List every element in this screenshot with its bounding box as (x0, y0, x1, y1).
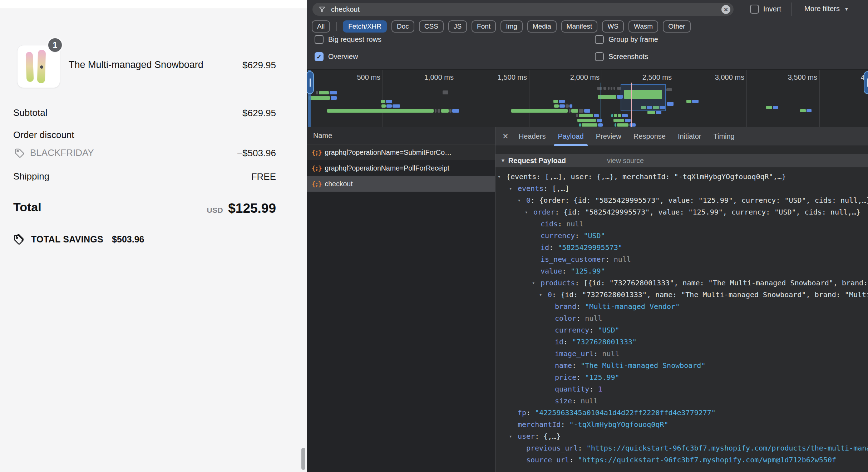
tab-response[interactable]: Response (627, 127, 672, 146)
tab-preview[interactable]: Preview (590, 127, 627, 146)
request-bar (571, 109, 578, 113)
expand-triangle-icon[interactable]: ▾ (525, 206, 528, 218)
network-overview-timeline[interactable]: 500 ms1,000 ms1,500 ms2,000 ms2,500 ms3,… (307, 70, 868, 127)
expand-triangle-icon[interactable]: ▾ (498, 171, 500, 183)
close-icon[interactable]: × (495, 132, 513, 141)
filter-pill-doc[interactable]: Doc (391, 20, 414, 33)
invert-checkbox[interactable]: Invert (750, 5, 781, 14)
invert-label: Invert (763, 5, 781, 13)
filter-pill-js[interactable]: JS (448, 20, 467, 33)
total-label: Total (13, 200, 41, 214)
detail-tabs-bar: × HeadersPayloadPreviewResponseInitiator… (495, 127, 868, 146)
checkbox-icon[interactable] (595, 52, 604, 61)
checkout-summary-panel: 1 The Multi-managed Snowboard $629.95 Su… (0, 0, 307, 472)
checkbox-icon[interactable] (315, 35, 324, 44)
quantity-badge: 1 (47, 37, 63, 53)
payload-node-expandable[interactable]: ▾products: [{id: "7327628001333", name: … (495, 277, 868, 289)
timeline-gridline (819, 70, 820, 127)
json-key: is_new_customer (541, 255, 605, 264)
payload-node-expandable[interactable]: ▾events: [,…] (495, 183, 868, 195)
payload-json-tree: ▾{events: [,…], user: {,…}, merchantId: … (495, 167, 868, 466)
request-bar (331, 96, 337, 100)
snowboard-binding-dot (40, 65, 43, 69)
filter-pill-css[interactable]: CSS (419, 20, 444, 33)
tab-payload[interactable]: Payload (552, 127, 590, 146)
payload-node-expandable[interactable]: ▾order: {id: "5825429995573", value: "12… (495, 206, 868, 218)
graphql-braces-icon: {;} (312, 164, 321, 172)
filter-pill-font[interactable]: Font (472, 20, 496, 33)
json-value: : (549, 243, 558, 252)
filter-pill-wasm[interactable]: Wasm (628, 20, 658, 33)
filter-divider (336, 22, 337, 31)
option-group-by-frame[interactable]: Group by frame (595, 35, 658, 44)
payload-node-expandable[interactable]: ▾0: {id: "7327628001333", name: "The Mul… (495, 289, 868, 301)
request-bar (582, 123, 597, 127)
option-overview[interactable]: ✓Overview (315, 52, 358, 61)
option-screenshots[interactable]: Screenshots (595, 52, 648, 61)
request-bar (618, 114, 621, 117)
json-key: source_url (526, 456, 569, 464)
request-row-graphqloperationNa[interactable]: {;}graphql?operationName=PollForReceipt (307, 160, 495, 176)
option-big-request-rows[interactable]: Big request rows (315, 35, 381, 44)
json-value: : (569, 456, 578, 464)
payload-node-expandable[interactable]: ▾{events: [,…], user: {,…}, merchantId: … (495, 171, 868, 183)
expand-triangle-icon[interactable]: ▾ (532, 277, 535, 289)
json-key: user (518, 432, 535, 441)
request-bar (381, 100, 385, 103)
request-name: graphql?operationName=SubmitForCo… (325, 148, 452, 157)
clear-filter-icon[interactable]: × (721, 5, 730, 14)
timeline-gridline (383, 70, 383, 127)
product-price: $629.95 (242, 60, 276, 71)
filter-pill-other[interactable]: Other (663, 20, 691, 33)
network-toolbar: checkout × Invert More filters ▼ AllFetc… (307, 0, 868, 70)
graphql-braces-icon: {;} (312, 149, 321, 156)
overview-left-handle[interactable] (307, 71, 314, 94)
expand-triangle-icon[interactable]: ▾ (518, 195, 521, 206)
json-value: "The Multi-managed Snowboard" (581, 361, 705, 370)
expand-triangle-icon[interactable]: ▾ (539, 289, 542, 301)
overview-right-handle[interactable] (864, 71, 868, 94)
view-source-link[interactable]: view source (607, 157, 644, 165)
json-value: : {,…} (535, 432, 561, 441)
collapse-triangle-icon[interactable]: ▼ (500, 158, 505, 163)
filter-pill-ws[interactable]: WS (602, 20, 624, 33)
request-bar (611, 87, 612, 90)
expand-triangle-icon[interactable]: ▾ (509, 183, 512, 195)
filter-input[interactable]: checkout × (312, 3, 734, 16)
request-row-graphqloperationNa[interactable]: {;}graphql?operationName=SubmitForCo… (307, 144, 495, 160)
checkbox-icon[interactable] (595, 35, 604, 44)
invert-checkbox-box[interactable] (750, 5, 759, 14)
discount-value: −$503.96 (237, 148, 276, 159)
type-filter-row: AllFetch/XHRDocCSSJSFontImgMediaManifest… (312, 20, 691, 33)
json-value: : (562, 267, 571, 275)
tab-headers[interactable]: Headers (513, 127, 552, 146)
filter-pill-img[interactable]: Img (500, 20, 523, 33)
filter-pill-all[interactable]: All (312, 20, 330, 33)
checkbox-icon[interactable]: ✓ (315, 52, 324, 61)
request-row-checkout[interactable]: {;}checkout (307, 176, 495, 192)
json-value: "7327628001333" (572, 338, 637, 346)
payload-node-leaf: merchantId: "-tqXlmHybgYOgfouoq0qR" (495, 419, 868, 431)
json-value: : (578, 444, 587, 452)
json-value: "USD" (583, 231, 605, 240)
request-bar (800, 109, 806, 112)
more-filters-button[interactable]: More filters ▼ (804, 5, 849, 13)
request-payload-section-header[interactable]: ▼ Request Payload view source (495, 154, 868, 167)
request-bar (617, 123, 628, 127)
expand-triangle-icon[interactable]: ▾ (509, 431, 512, 442)
filter-pill-manifest[interactable]: Manifest (561, 20, 598, 33)
payload-node-expandable[interactable]: ▾0: {order: {id: "5825429995573", value:… (495, 195, 868, 206)
json-value: : {order: {id: "5825429995573", value: "… (531, 196, 868, 205)
request-bar (667, 102, 674, 106)
json-value: "125.99" (585, 373, 619, 382)
payload-node-expandable[interactable]: ▾user: {,…} (495, 431, 868, 442)
request-bar (647, 111, 655, 114)
filter-pill-fetchxhr[interactable]: Fetch/XHR (343, 20, 387, 33)
page-scrollbar-thumb[interactable] (301, 448, 305, 470)
filter-pill-media[interactable]: Media (527, 20, 557, 33)
payload-node-leaf: brand: "Multi-managed Vendor" (495, 301, 868, 313)
tab-timing[interactable]: Timing (707, 127, 740, 146)
json-key: image_url (555, 349, 593, 358)
tab-initiator[interactable]: Initiator (672, 127, 707, 146)
name-column-header[interactable]: Name (307, 127, 495, 144)
